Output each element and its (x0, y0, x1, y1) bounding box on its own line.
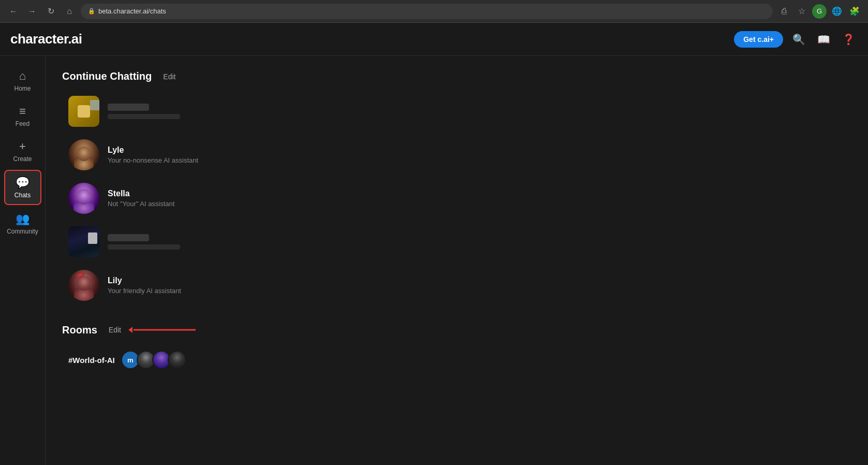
forward-button[interactable]: → (25, 4, 39, 19)
continue-chatting-title: Continue Chatting (62, 70, 152, 82)
avatar-stella (68, 183, 99, 214)
browser-chrome: ← → ↻ ⌂ 🔒 beta.character.ai/chats ⎙ ☆ G … (0, 0, 868, 23)
sidebar-item-community[interactable]: 👥 Community (4, 207, 41, 240)
main-content: Continue Chatting Edit (46, 56, 868, 465)
rooms-edit-button[interactable]: Edit (106, 325, 124, 335)
top-nav-right: Get c.ai+ 🔍 📖 ❓ (734, 30, 858, 49)
room-avatar-3 (168, 351, 186, 369)
chat-info-lily: Lily Your friendly AI assistant (108, 276, 845, 295)
sidebar-item-feed[interactable]: ≡ Feed (4, 99, 41, 133)
chat-item-stella[interactable]: Stella Not "Your" AI assistant (62, 178, 851, 219)
chat-item-first[interactable] (62, 91, 851, 132)
rooms-title: Rooms (62, 324, 97, 336)
share-icon[interactable]: ⎙ (777, 4, 791, 19)
avatar-first (68, 96, 99, 127)
home-button[interactable]: ⌂ (62, 4, 77, 19)
continue-chatting-edit-button[interactable]: Edit (160, 71, 179, 82)
profile-icon[interactable]: G (812, 4, 827, 19)
placeholder-desc (108, 114, 180, 119)
chat-item-lily[interactable]: Lily Your friendly AI assistant (62, 265, 851, 306)
chat-list: Lyle Your no-nonsense AI assistant Stell… (62, 91, 851, 306)
brand-logo[interactable]: character.ai (10, 31, 82, 47)
sidebar: ⌂ Home ≡ Feed + Create 💬 Chats 👥 Communi… (0, 56, 46, 465)
avatar-square (78, 105, 90, 118)
sidebar-item-home[interactable]: ⌂ Home (4, 64, 41, 97)
room-avatars: m (121, 351, 186, 369)
chat-info-lyle: Lyle Your no-nonsense AI assistant (108, 146, 845, 164)
chat-desc-lyle: Your no-nonsense AI assistant (108, 156, 845, 164)
placeholder-name-3 (108, 234, 149, 241)
third-mini-square (88, 232, 97, 244)
rooms-list: #World-of-AI m (62, 345, 851, 374)
avatar-mini (90, 100, 99, 110)
chat-name-stella: Stella (108, 189, 845, 198)
body-layout: ⌂ Home ≡ Feed + Create 💬 Chats 👥 Communi… (0, 56, 868, 465)
svg-marker-1 (128, 327, 133, 333)
chat-name-lyle: Lyle (108, 146, 845, 155)
puzzle-icon[interactable]: 🧩 (847, 4, 862, 19)
search-button[interactable]: 🔍 (789, 30, 808, 49)
placeholder-desc-3 (108, 244, 180, 250)
back-button[interactable]: ← (6, 4, 21, 19)
chats-icon: 💬 (16, 176, 30, 190)
get-plus-button[interactable]: Get c.ai+ (734, 31, 783, 48)
sidebar-item-chats[interactable]: 💬 Chats (4, 170, 41, 205)
rooms-header: Rooms Edit (62, 323, 851, 337)
rooms-section: Rooms Edit #World-of-AI m (62, 323, 851, 374)
extensions-icon[interactable]: 🌐 (830, 4, 844, 19)
browser-actions: ⎙ ☆ G 🌐 🧩 (777, 4, 862, 19)
top-nav: character.ai Get c.ai+ 🔍 📖 ❓ (0, 23, 868, 56)
bookmarks-button[interactable]: 📖 (814, 30, 833, 49)
room-name-world-of-ai: #World-of-AI (68, 356, 115, 365)
lock-icon: 🔒 (88, 8, 95, 14)
rooms-edit-wrapper: Edit (106, 323, 211, 337)
chat-item-third[interactable] (62, 221, 851, 263)
sidebar-item-create[interactable]: + Create (4, 135, 41, 168)
help-button[interactable]: ❓ (839, 30, 858, 49)
chat-info-third (108, 234, 845, 250)
chat-name-lily: Lily (108, 276, 845, 285)
app-wrapper: character.ai Get c.ai+ 🔍 📖 ❓ ⌂ Home ≡ Fe… (0, 23, 868, 465)
chat-item-lyle[interactable]: Lyle Your no-nonsense AI assistant (62, 134, 851, 176)
home-icon: ⌂ (19, 69, 26, 83)
chat-info-first (108, 104, 845, 119)
placeholder-name (108, 104, 149, 111)
create-icon: + (19, 140, 26, 153)
url-text: beta.character.ai/chats (98, 7, 166, 15)
chat-info-stella: Stella Not "Your" AI assistant (108, 189, 845, 208)
chat-desc-stella: Not "Your" AI assistant (108, 200, 845, 208)
room-item-world-of-ai[interactable]: #World-of-AI m (62, 345, 851, 374)
chat-desc-lily: Your friendly AI assistant (108, 287, 845, 295)
avatar-lyle (68, 139, 99, 170)
avatar-third (68, 226, 99, 257)
community-icon: 👥 (16, 212, 30, 226)
feed-icon: ≡ (19, 105, 26, 118)
avatar-lily (68, 270, 99, 301)
continue-chatting-header: Continue Chatting Edit (62, 70, 851, 82)
bookmark-star-icon[interactable]: ☆ (795, 4, 809, 19)
annotation-arrow (128, 323, 211, 337)
address-bar[interactable]: 🔒 beta.character.ai/chats (81, 4, 773, 19)
reload-button[interactable]: ↻ (43, 4, 58, 19)
